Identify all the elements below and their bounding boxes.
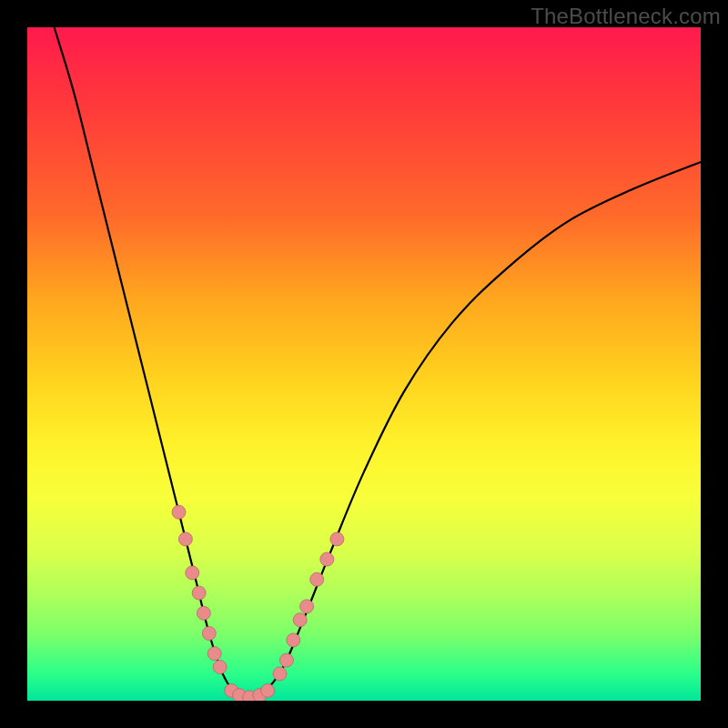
marker-dot [300,600,314,613]
watermark-text: TheBottleneck.com [531,4,721,29]
marker-dot [186,566,199,580]
marker-dot [213,661,227,674]
marker-dot [273,667,287,681]
marker-dot [192,586,206,600]
marker-dot [293,613,307,627]
marker-group [172,505,344,701]
marker-dot [330,532,344,546]
marker-dot [261,683,275,697]
chart-svg [27,27,701,701]
marker-dot [310,572,324,586]
marker-dot [178,532,192,546]
marker-dot [207,647,221,661]
marker-dot [202,627,216,641]
marker-dot [172,505,186,519]
marker-dot [287,633,300,647]
marker-dot [279,653,293,667]
marker-dot [197,606,210,620]
chart-frame: TheBottleneck.com [0,0,728,728]
bottleneck-curve [55,27,701,701]
marker-dot [320,552,334,566]
chart-plot-area [27,27,701,701]
